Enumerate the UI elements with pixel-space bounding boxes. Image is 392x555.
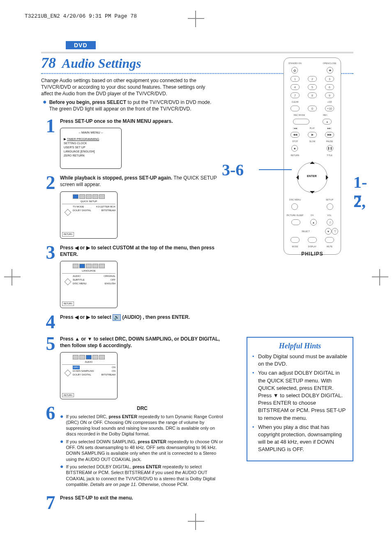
callout-3-6: 3-6: [222, 160, 244, 180]
intro-bullet: ● Before you begin, press SELECT to put …: [41, 99, 218, 112]
osd-tabs: [62, 194, 115, 199]
section-header-wrap: DVD: [41, 41, 353, 53]
step-7-number: 7: [41, 495, 60, 511]
ch-up-button: ▲: [310, 219, 317, 226]
step-2-number: 2: [41, 175, 60, 238]
intro-bullet-text: Before you begin, press SELECT to put th…: [49, 99, 218, 112]
register-mark-top: [188, 11, 204, 27]
intro-bullet-bold: Before you begin, press SELECT: [49, 99, 126, 105]
section-tag: DVD: [66, 41, 96, 49]
osd-tabs: [62, 264, 115, 268]
rec-button: ●: [323, 119, 332, 124]
stop-button: ■: [291, 145, 298, 152]
standby-button: ⏻: [291, 67, 298, 74]
step-3-osd: LANGUAGE AUDIOORIGINAL SUBTITLEOFF DISC …: [60, 261, 118, 308]
step-2-osd: QUICK SETUP TV MODE4:3 LETTER BOX DOLBY …: [60, 191, 118, 239]
main-menu-item: SETTING CLOCK: [64, 141, 118, 145]
step-1-number: 1: [41, 118, 60, 169]
helpful-hints-title: Helpful Hints: [252, 342, 348, 350]
step-7: 7 Press SET-UP to exit the menu.: [41, 495, 353, 511]
step-1-tv-screen: – MAIN MENU – ▶TIMER PROGRAMMING SETTING…: [60, 128, 122, 169]
vol-down-button: ▽: [332, 228, 338, 235]
forward-button: ▶▶: [325, 132, 334, 138]
callout-7: 7: [353, 191, 362, 210]
helpful-hints-list: Dolby Digital sound must be available on…: [252, 353, 348, 453]
step-6-number: 6: [41, 405, 60, 489]
step-7-text: Press SET-UP to exit the menu.: [60, 495, 133, 501]
register-mark-left: [4, 269, 21, 286]
helpful-hints-box: Helpful Hints Dolby Digital sound must b…: [247, 337, 353, 461]
rewind-button: ◀◀: [291, 132, 300, 138]
step-5-osd: AUDIO DRCON DOWN SAMPLINGON DOLBY DIGITA…: [60, 352, 118, 399]
play-button: ▶: [308, 132, 317, 138]
display-button: [308, 237, 317, 243]
up-arrow-icon: [310, 159, 315, 164]
page-number: 78: [41, 55, 56, 71]
step-5-number: 5: [41, 336, 60, 399]
register-mark-right: [372, 269, 388, 286]
osd-current-tab: AUDIO: [62, 360, 115, 365]
step-4-number: 4: [41, 314, 60, 330]
pause-button: ❚❚: [327, 145, 333, 152]
osd-list: TV MODE4:3 LETTER BOX DOLBY DIGITALBITST…: [73, 205, 115, 221]
step-6-bullet: ●If you selected DRC, press ENTER repeat…: [60, 414, 224, 437]
bullet-icon: ●: [43, 99, 47, 112]
mute-button: [325, 237, 334, 243]
main-menu-item: LANGUAGE [ENGLISH]: [64, 150, 118, 154]
picture-button: [291, 219, 300, 225]
osd-return: RETURN: [62, 232, 74, 237]
osd-list: DRCON DOWN SAMPLINGON DOLBY DIGITALBITST…: [73, 366, 115, 382]
step-3-number: 3: [41, 244, 60, 308]
right-arrow-icon: [326, 175, 331, 180]
osd-current-tab: QUICK SETUP: [62, 200, 115, 204]
osd-dpad-icon: [62, 366, 73, 382]
step-1-text: Press SET-UP once so the MAIN MENU appea…: [60, 118, 173, 124]
osd-return: RETURN: [62, 302, 74, 306]
down-arrow-icon: [310, 191, 315, 196]
eject-button: ⏏: [327, 67, 333, 74]
step-4: 4 Press ◀ or ▶ to select (AUDIO) , then …: [41, 314, 353, 330]
osd-tabs: [62, 355, 115, 359]
hint-item: When you play a disc that has copyright …: [252, 424, 348, 454]
step-6-bullet: ●If you selected DOLBY DIGITAL, press EN…: [60, 464, 224, 487]
clear-button: [291, 106, 300, 111]
print-header: T3221UB_EN2 4/20/06 9:31 PM Page 78: [25, 13, 137, 19]
brand-logo: PHILIPS: [286, 251, 338, 257]
main-menu-title: – MAIN MENU –: [64, 131, 118, 135]
osd-list: AUDIOORIGINAL SUBTITLEOFF DISC MENUENGLI…: [73, 274, 115, 291]
step-5-text: Press ▲ or ▼ to select DRC, DOWN SAMPLIN…: [60, 336, 220, 348]
callout-line: [259, 169, 292, 170]
osd-return: RETURN: [62, 393, 74, 398]
step-3-text: Press ◀ or ▶ to select CUSTOM at the top…: [60, 245, 214, 257]
osd-dpad-icon: [62, 205, 73, 221]
vol-up-button: △: [327, 219, 333, 226]
register-mark-bottom: [188, 514, 204, 530]
ch-down-button: ▼: [325, 228, 332, 235]
step-6-heading: DRC: [137, 405, 148, 411]
step-6-bullet: ●If you selected DOWN SAMPLING, press EN…: [60, 439, 224, 462]
step-2-text-bold: While playback is stopped, press SET-UP …: [60, 175, 172, 181]
intro-text: Change Audio settings based on other equ…: [41, 77, 218, 97]
main-menu-item: ZERO RETURN: [64, 154, 118, 158]
osd-current-tab: LANGUAGE: [62, 269, 115, 274]
setup-button: [327, 203, 333, 210]
left-arrow-icon: [294, 175, 299, 180]
remote-control-illustration: STANDBY-ONOPEN/CLOSE ⏻⏏ 123 456 789 CLEA…: [284, 58, 341, 255]
page-content: DVD 78 Audio Settings Change Audio setti…: [41, 41, 353, 511]
audio-icon: [113, 314, 121, 321]
enter-label: ENTER: [307, 175, 317, 177]
remote-dpad: ENTER: [294, 159, 331, 196]
hint-item: You can adjust DOLBY DIGITAL in the QUIC…: [252, 369, 348, 421]
page-title-text: Audio Settings: [62, 56, 141, 71]
recmode-button: [293, 119, 309, 124]
main-menu-item: ▶TIMER PROGRAMMING: [64, 137, 118, 141]
mode-button: [291, 237, 300, 243]
main-menu-item: USER'S SET UP: [64, 145, 118, 150]
disc-menu-button: [291, 203, 298, 210]
step-4-text: Press ◀ or ▶ to select (AUDIO) , then pr…: [60, 314, 190, 320]
hint-item: Dolby Digital sound must be available on…: [252, 353, 348, 368]
step-6-bullets: ●If you selected DRC, press ENTER repeat…: [60, 414, 224, 488]
osd-dpad-icon: [62, 274, 73, 291]
